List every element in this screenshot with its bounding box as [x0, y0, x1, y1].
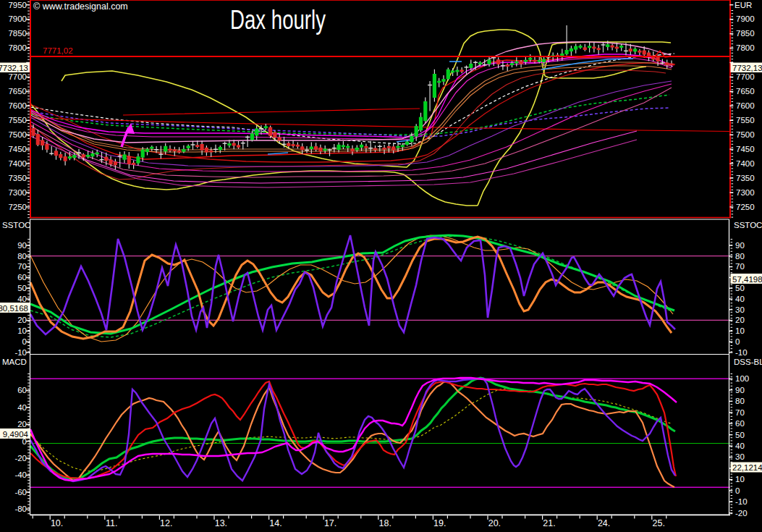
- svg-text:90: 90: [735, 241, 745, 250]
- svg-text:7250: 7250: [736, 203, 755, 211]
- svg-text:30: 30: [735, 452, 745, 461]
- svg-text:7650: 7650: [8, 87, 27, 96]
- svg-text:50: 50: [17, 284, 27, 292]
- svg-text:7350: 7350: [736, 174, 755, 182]
- svg-text:100: 100: [735, 374, 749, 383]
- svg-text:7400: 7400: [736, 159, 755, 168]
- svg-text:7900: 7900: [8, 14, 27, 23]
- svg-text:EUR: EUR: [735, 1, 752, 9]
- svg-text:22,1214: 22,1214: [732, 463, 762, 472]
- svg-text:14.: 14.: [269, 518, 281, 528]
- svg-text:13.: 13.: [215, 518, 227, 528]
- svg-text:10: 10: [735, 326, 745, 335]
- svg-text:-60: -60: [14, 488, 27, 497]
- svg-text:90: 90: [735, 386, 745, 394]
- svg-text:40: 40: [17, 295, 27, 303]
- svg-text:7900: 7900: [736, 14, 755, 23]
- svg-text:7700: 7700: [8, 72, 27, 81]
- svg-text:© www.tradesignal.com: © www.tradesignal.com: [33, 1, 128, 12]
- svg-text:7450: 7450: [736, 145, 755, 153]
- svg-text:0: 0: [735, 337, 740, 346]
- svg-text:7600: 7600: [736, 101, 755, 110]
- svg-text:0: 0: [22, 337, 27, 346]
- svg-text:7800: 7800: [8, 43, 27, 52]
- svg-text:-10: -10: [14, 348, 27, 357]
- svg-text:19.: 19.: [433, 518, 446, 528]
- svg-text:25.: 25.: [653, 518, 665, 528]
- svg-text:20: 20: [17, 316, 27, 324]
- svg-text:20: 20: [735, 316, 745, 324]
- svg-text:12.: 12.: [160, 518, 172, 528]
- svg-text:20: 20: [17, 420, 27, 428]
- svg-text:0: 0: [735, 486, 740, 495]
- svg-text:7350: 7350: [8, 174, 27, 182]
- svg-text:Dax hourly: Dax hourly: [230, 5, 326, 35]
- svg-text:10: 10: [735, 475, 745, 484]
- svg-text:30: 30: [735, 305, 745, 314]
- svg-text:11.: 11.: [106, 518, 117, 528]
- svg-text:40: 40: [735, 442, 745, 450]
- svg-text:-40: -40: [14, 470, 27, 479]
- svg-text:-20: -20: [735, 509, 748, 518]
- svg-text:7300: 7300: [8, 188, 27, 197]
- svg-text:7250: 7250: [8, 203, 27, 211]
- svg-text:57,4198: 57,4198: [732, 275, 762, 284]
- svg-text:MACD: MACD: [2, 358, 27, 366]
- svg-text:60: 60: [17, 386, 27, 394]
- svg-text:9,4904: 9,4904: [3, 430, 29, 439]
- svg-text:7650: 7650: [736, 87, 755, 96]
- svg-text:21.: 21.: [543, 518, 555, 528]
- svg-text:7500: 7500: [736, 130, 755, 139]
- svg-text:17.: 17.: [324, 518, 336, 528]
- svg-text:80: 80: [735, 252, 745, 261]
- svg-text:70: 70: [17, 262, 27, 271]
- svg-text:-10: -10: [735, 348, 748, 357]
- svg-text:7550: 7550: [736, 116, 755, 124]
- svg-text:7700: 7700: [736, 72, 755, 81]
- svg-text:10.: 10.: [51, 518, 63, 528]
- svg-text:7450: 7450: [8, 145, 27, 153]
- svg-text:7771,02: 7771,02: [43, 46, 73, 55]
- svg-text:20.: 20.: [488, 518, 501, 528]
- svg-text:7850: 7850: [736, 29, 755, 38]
- svg-text:7550: 7550: [8, 116, 27, 124]
- svg-text:60: 60: [17, 273, 27, 282]
- svg-text:7500: 7500: [8, 130, 27, 139]
- svg-text:40: 40: [17, 403, 27, 412]
- svg-text:40: 40: [735, 295, 745, 303]
- svg-text:DSS-BLAC: DSS-BLAC: [734, 358, 762, 366]
- svg-text:80: 80: [17, 252, 27, 261]
- svg-text:70: 70: [735, 262, 745, 271]
- svg-text:7850: 7850: [8, 29, 27, 38]
- svg-text:7732,13: 7732,13: [732, 64, 762, 72]
- svg-text:18.: 18.: [379, 518, 391, 528]
- svg-text:7600: 7600: [8, 101, 27, 110]
- svg-text:-80: -80: [14, 504, 27, 513]
- svg-text:30,5168: 30,5168: [0, 304, 28, 313]
- svg-text:24.: 24.: [598, 518, 610, 528]
- svg-text:90: 90: [17, 241, 27, 250]
- svg-text:7732,13: 7732,13: [0, 64, 28, 72]
- svg-text:7300: 7300: [736, 188, 755, 197]
- svg-text:7400: 7400: [8, 159, 27, 168]
- svg-text:7800: 7800: [736, 43, 755, 52]
- svg-text:SSTOC: SSTOC: [734, 221, 762, 229]
- svg-text:50: 50: [735, 284, 745, 292]
- svg-text:80: 80: [735, 397, 745, 405]
- svg-text:10: 10: [17, 326, 27, 335]
- svg-text:70: 70: [735, 408, 745, 417]
- svg-text:-10: -10: [735, 497, 748, 506]
- svg-text:-20: -20: [14, 454, 27, 463]
- svg-text:50: 50: [735, 431, 745, 439]
- svg-text:7950: 7950: [8, 1, 27, 9]
- svg-text:SSTOC: SSTOC: [2, 221, 30, 229]
- svg-text:60: 60: [735, 419, 745, 428]
